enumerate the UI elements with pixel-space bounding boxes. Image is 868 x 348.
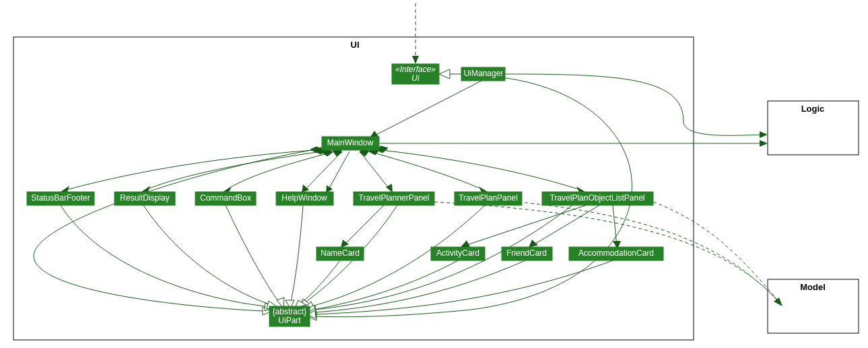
tpolp-name: TravelPlanObjectListPanel bbox=[550, 193, 645, 203]
main-window-name: MainWindow bbox=[327, 138, 374, 147]
package-ui-label: UI bbox=[351, 40, 360, 50]
ui-interface-name: Ui bbox=[411, 73, 420, 83]
node-help-window: HelpWindow bbox=[276, 192, 333, 205]
gen-friend-uipart bbox=[315, 260, 525, 312]
arrow-mainwindow-to-logic bbox=[760, 140, 768, 147]
node-main-window: MainWindow bbox=[322, 137, 379, 150]
ui-interface-stereotype: «Interface» bbox=[395, 65, 436, 74]
package-model: Model bbox=[768, 279, 859, 333]
travel-plan-panel-name: TravelPlanPanel bbox=[459, 193, 518, 203]
arrow-uimanager-to-logic bbox=[760, 131, 768, 138]
node-travel-planner-panel: TravelPlannerPanel bbox=[354, 192, 434, 205]
node-travel-plan-panel: TravelPlanPanel bbox=[455, 192, 522, 205]
edge-mw-tpp bbox=[360, 152, 391, 190]
edge-tpolp-activity bbox=[465, 205, 586, 246]
friend-card-name: FriendCard bbox=[506, 248, 547, 258]
node-accommodation-card: AccommodationCard bbox=[569, 247, 663, 260]
arrow-external-to-ui bbox=[412, 56, 419, 64]
uml-class-diagram: UI Logic Model bbox=[0, 0, 868, 348]
node-command-box: CommandBox bbox=[195, 192, 256, 205]
edge-tpolp-friend bbox=[532, 205, 599, 246]
node-ui-part: {abstract} UiPart bbox=[269, 306, 310, 326]
arrow-mw-tpp bbox=[386, 184, 393, 193]
package-model-label: Model bbox=[800, 282, 826, 292]
edge-uimanager-to-mainwindow bbox=[374, 81, 481, 136]
ui-part-name: UiPart bbox=[278, 316, 301, 325]
edge-uimanager-to-logic bbox=[505, 74, 763, 135]
node-status-bar-footer: StatusBarFooter bbox=[27, 192, 94, 205]
node-ui-interface: «Interface» Ui bbox=[392, 64, 439, 84]
arrow-tpolp-friend bbox=[529, 240, 538, 248]
edge-mw-tpolp bbox=[376, 149, 582, 190]
arrow-tpp-namecard bbox=[341, 240, 349, 248]
package-logic: Logic bbox=[768, 101, 859, 155]
status-bar-footer-name: StatusBarFooter bbox=[31, 193, 90, 203]
package-logic-label: Logic bbox=[801, 104, 825, 114]
help-window-name: HelpWindow bbox=[281, 193, 327, 203]
node-ui-manager: UiManager bbox=[461, 67, 505, 81]
edge-mw-travelplanpanel bbox=[369, 151, 485, 190]
name-card-name: NameCard bbox=[321, 248, 360, 258]
result-display-name: ResultDisplay bbox=[120, 193, 169, 203]
arrow-to-model bbox=[774, 298, 782, 306]
travel-planner-panel-name: TravelPlannerPanel bbox=[359, 193, 430, 203]
arrow-tpolp-activity bbox=[461, 240, 470, 247]
ui-manager-name: UiManager bbox=[464, 69, 504, 78]
gen-activity-uipart bbox=[314, 260, 458, 310]
edge-tpp-namecard bbox=[343, 205, 384, 246]
node-travel-plan-object-list-panel: TravelPlanObjectListPanel bbox=[542, 192, 653, 205]
edge-tpolp-accom bbox=[613, 205, 617, 246]
gen-namecard-uipart bbox=[300, 260, 340, 304]
node-friend-card: FriendCard bbox=[502, 247, 552, 260]
node-result-display: ResultDisplay bbox=[114, 192, 175, 205]
command-box-name: CommandBox bbox=[200, 193, 251, 203]
node-name-card: NameCard bbox=[316, 247, 364, 260]
activity-card-name: ActivityCard bbox=[436, 248, 479, 258]
arrowhead-uimanager-realizes-ui bbox=[439, 69, 450, 79]
edge-tpolp-to-model bbox=[653, 202, 780, 303]
edge-mw-midarrow bbox=[328, 151, 349, 190]
accommodation-card-name: AccommodationCard bbox=[578, 248, 654, 258]
gen-hw-uipart bbox=[291, 205, 303, 302]
arrow-mw-hw bbox=[302, 184, 309, 193]
gen-accom-uipart bbox=[315, 260, 613, 314]
node-activity-card: ActivityCard bbox=[431, 247, 485, 260]
gen-sbf-uipart bbox=[61, 205, 266, 306]
ui-part-stereotype: {abstract} bbox=[273, 307, 307, 316]
